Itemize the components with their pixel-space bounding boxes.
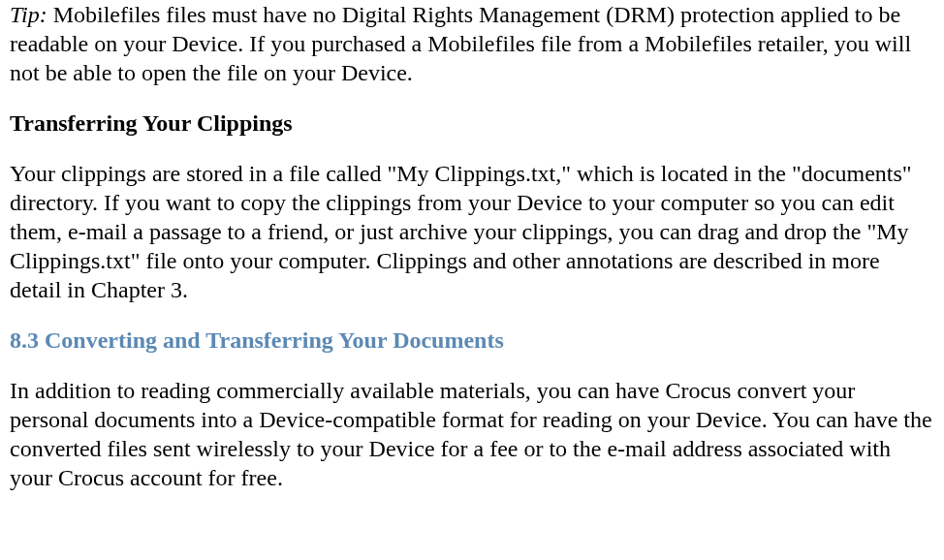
tip-label: Tip: (10, 2, 47, 27)
document-page: Tip: Mobilefiles files must have no Digi… (0, 0, 944, 512)
tip-paragraph: Tip: Mobilefiles files must have no Digi… (10, 0, 934, 87)
clippings-body: Your clippings are stored in a file call… (10, 159, 934, 304)
spacer (10, 304, 934, 326)
tip-body: Mobilefiles files must have no Digital R… (10, 2, 911, 85)
section-body-8-3: In addition to reading commercially avai… (10, 376, 934, 492)
spacer (10, 138, 934, 159)
section-heading-8-3: 8.3 Converting and Transferring Your Doc… (10, 326, 934, 355)
clippings-heading: Transferring Your Clippings (10, 109, 934, 138)
spacer (10, 355, 934, 376)
spacer (10, 87, 934, 109)
